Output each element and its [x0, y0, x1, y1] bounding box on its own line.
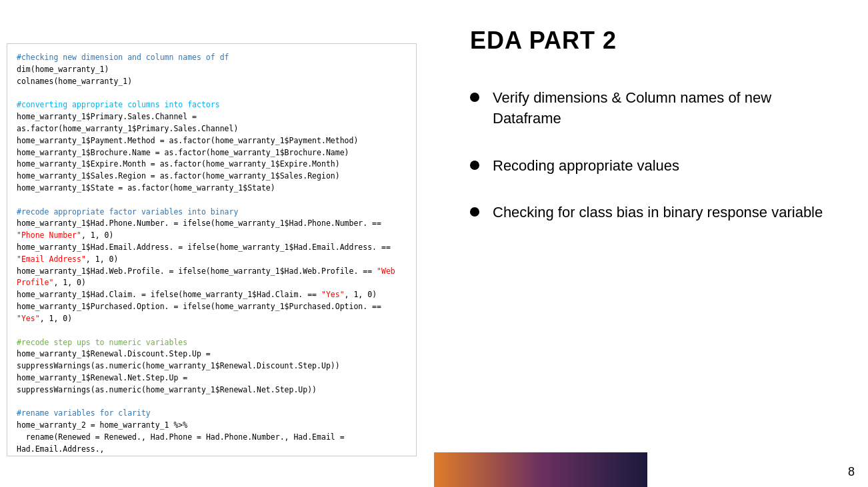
bullet-dot-1	[470, 93, 479, 102]
right-panel: EDA PART 2 Verify dimensions & Column na…	[417, 0, 868, 487]
bullet-text-1: Verify dimensions & Column names of new …	[493, 88, 828, 129]
bullet-text-2: Recoding appropriate values	[493, 156, 679, 177]
bullet-text-3: Checking for class bias in binary respon…	[493, 203, 823, 223]
page-number: 8	[848, 465, 855, 479]
list-item: Recoding appropriate values	[470, 156, 828, 177]
list-item: Checking for class bias in binary respon…	[470, 203, 828, 223]
slide-container: #checking new dimension and column names…	[0, 0, 868, 487]
list-item: Verify dimensions & Column names of new …	[470, 88, 828, 129]
code-panel: #checking new dimension and column names…	[7, 43, 417, 456]
bullet-dot-3	[470, 207, 479, 217]
code-content: #checking new dimension and column names…	[17, 52, 407, 456]
bullet-dot-2	[470, 161, 479, 170]
bottom-gradient-bar	[434, 452, 647, 487]
bullet-list: Verify dimensions & Column names of new …	[470, 88, 828, 250]
slide-title: EDA PART 2	[470, 27, 828, 55]
